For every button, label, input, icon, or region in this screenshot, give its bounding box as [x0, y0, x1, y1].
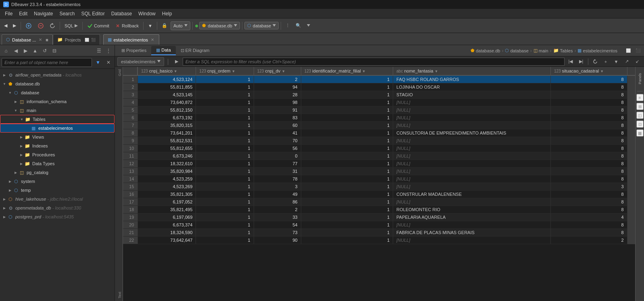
menu-navigate[interactable]: Navigate — [31, 10, 56, 17]
sort-arrow[interactable]: ▼ — [281, 69, 285, 73]
menu-sql-editor[interactable]: SQL Editor — [78, 10, 108, 17]
add-row-button[interactable]: + — [601, 57, 610, 66]
table-row[interactable]: 144,523,2591781[NULL]8 — [123, 175, 635, 183]
tree-arrow[interactable]: ▼ — [19, 118, 25, 121]
menu-database[interactable]: Database — [108, 10, 135, 17]
tree-item[interactable]: ▶◫information_schema — [0, 97, 115, 106]
col-header-cnpj_dv[interactable]: 123cnpj_dv ▼ — [254, 67, 301, 75]
table-row[interactable]: 14,523,124121FAQ HSBC ROLAND GARROS8 — [123, 75, 635, 83]
search-input[interactable] — [2, 58, 92, 67]
filter-icon-button[interactable]: ▼ — [612, 57, 621, 66]
panels-button[interactable]: Panels — [636, 69, 644, 89]
tree-arrow[interactable]: ▶ — [19, 162, 24, 166]
tree-item[interactable]: ▶📁Procedures — [0, 150, 115, 159]
tree-arrow[interactable]: ▶ — [2, 215, 7, 219]
col-header-nome_fantasia[interactable]: abcnome_fantasia ▼ — [393, 67, 551, 75]
col-header-situacao_cadastral[interactable]: 123situacao_cadastral ▼ — [550, 67, 627, 75]
panel-filter-button[interactable]: ☰ — [94, 46, 103, 55]
connect-button[interactable] — [23, 20, 34, 31]
tree-arrow[interactable]: ▼ — [2, 82, 7, 86]
window-restore-button[interactable]: ⬜ — [624, 46, 633, 55]
side-btn-4[interactable]: ⊡ — [636, 120, 644, 128]
filter-tab-label[interactable]: estabelecimentos — [117, 57, 164, 66]
tree-arrow[interactable]: ▼ — [13, 109, 19, 112]
panel-forward-button[interactable]: ▶ — [21, 46, 30, 55]
filter-input[interactable] — [183, 58, 565, 66]
refresh-data-button[interactable] — [591, 57, 600, 66]
menu-file[interactable]: File — [2, 10, 16, 17]
tree-arrow[interactable]: ▶ — [2, 73, 7, 77]
col-header-cnpj_ordem[interactable]: 123cnpj_ordem ▼ — [196, 67, 254, 75]
panel-up-button[interactable]: ▲ — [31, 46, 40, 55]
tree-arrow[interactable]: ▼ — [7, 91, 13, 95]
table-row[interactable]: 206,673,3741541[NULL]8 — [123, 221, 635, 229]
disconnect-button[interactable] — [35, 20, 46, 31]
table-row[interactable]: 473,640,8721981[NULL]8 — [123, 99, 635, 106]
sql-button[interactable]: SQL — [62, 20, 80, 31]
tree-item[interactable]: ▼◫main — [0, 106, 115, 115]
database-tab-close[interactable]: ✕ — [38, 37, 43, 42]
tree-item[interactable]: ▦estabelecimentos — [0, 124, 115, 133]
col-header-cnpj_basico[interactable]: 123cnpj_basico ▼ — [138, 67, 196, 75]
panel-home-button[interactable]: ⌂ — [2, 46, 10, 55]
tree-item[interactable]: ▶⊙airflow_open_metadata - localhos — [0, 71, 115, 79]
table-row[interactable]: 735,820,3151601[NULL]8 — [123, 122, 635, 129]
sort-arrow[interactable]: ▼ — [174, 69, 177, 73]
menu-window[interactable]: Window — [135, 10, 159, 17]
tree-item[interactable]: ▼⬡database — [0, 88, 115, 97]
maximize-icon[interactable]: ⬛ — [91, 38, 96, 42]
rollback-button[interactable]: Rollback — [113, 20, 141, 31]
menu-search[interactable]: Search — [56, 10, 78, 17]
tree-item[interactable]: ▼⬟database.db — [0, 79, 115, 88]
side-btn-2[interactable]: ⊞ — [636, 103, 644, 110]
table-row[interactable]: 196,197,0691331PAPELARIA AQUARELA4 — [123, 214, 635, 221]
tree-arrow[interactable]: ▶ — [13, 171, 19, 174]
menu-edit[interactable]: Edit — [16, 10, 31, 17]
filter-toggle-button[interactable]: ▼ — [94, 58, 102, 67]
tree-arrow[interactable]: ▶ — [2, 197, 7, 201]
sort-arrow[interactable]: ▼ — [600, 69, 604, 73]
tree-item[interactable]: ▶⬡hive_lakehouse - jdbc:hive2://local — [0, 195, 115, 203]
tree-item[interactable]: ▶◫pg_catalog — [0, 168, 115, 177]
table-row[interactable]: 1055,812,6551561[NULL]8 — [123, 145, 635, 152]
tree-arrow[interactable]: ▶ — [7, 189, 13, 192]
tree-arrow[interactable]: ▶ — [19, 144, 24, 148]
menu-help[interactable]: Help — [159, 10, 175, 17]
clear-filter-button[interactable]: ✕ — [104, 58, 113, 67]
tab-menu-icon[interactable]: ≡ — [46, 37, 48, 42]
side-btn-1[interactable]: ≡ — [636, 94, 644, 101]
table-row[interactable]: 955,812,5311701[NULL]8 — [123, 137, 635, 145]
table-row[interactable]: 176,197,0521861[NULL]8 — [123, 198, 635, 206]
auto-dropdown[interactable]: Auto — [171, 21, 190, 30]
tree-arrow[interactable]: ▶ — [7, 180, 13, 183]
side-btn-3[interactable]: ◫ — [636, 112, 644, 119]
tree-arrow[interactable]: ▶ — [19, 153, 24, 157]
table-row[interactable]: 66,673,1921831[NULL]8 — [123, 114, 635, 122]
commit-button[interactable]: Commit — [85, 20, 112, 31]
col-header-identificador_matriz_filial[interactable]: 123identificador_matriz_filial ▼ — [301, 67, 393, 75]
refresh-button[interactable] — [47, 20, 58, 31]
transaction-filter-button[interactable]: ▼ — [146, 20, 155, 31]
window-max-button[interactable]: ⬛ — [634, 46, 642, 55]
back-button[interactable]: ◀ — [2, 20, 10, 31]
table-row[interactable]: 154,523,269131[NULL]3 — [123, 183, 635, 191]
tree-arrow[interactable]: ▶ — [2, 206, 7, 210]
panel-settings-button[interactable]: ⋮ — [104, 46, 113, 55]
tab-data[interactable]: ▦ Data — [151, 46, 175, 55]
connection-selector[interactable]: ⬟ database.db — [199, 22, 240, 29]
database-panel-tab[interactable]: ⬡ Database ... ✕ ≡ — [2, 34, 53, 45]
tree-item[interactable]: ▶⬡temp — [0, 186, 115, 195]
table-row[interactable]: 873,641,2011411CONSULTORIA DE EMPREENDIM… — [123, 129, 635, 137]
more-options-button[interactable]: ⋮ — [283, 20, 292, 31]
filter-navigate-button[interactable]: ▶ — [172, 57, 181, 66]
search-icon-button[interactable]: 🔍 — [293, 20, 304, 31]
table-row[interactable]: 1635,821,3051491CONSTRULAR MADALENENSE8 — [123, 191, 635, 198]
tree-item[interactable]: ▶📁Data Types — [0, 159, 115, 168]
minimize-icon[interactable]: ⬜ — [85, 38, 89, 42]
projects-tab[interactable]: 📁 Projects ⬜ ⬛ — [53, 34, 100, 45]
table-row[interactable]: 1335,820,9841311[NULL]8 — [123, 168, 635, 175]
estabelecimentos-editor-tab[interactable]: ▦ estabelecimentos ✕ — [103, 34, 160, 45]
table-row[interactable]: 34,523,1451281STAGIO8 — [123, 91, 635, 99]
panel-collapse-button[interactable]: ⊟ — [50, 46, 59, 55]
table-row[interactable]: 2118,324,5901731FABRICA DE PLACAS MINAS … — [123, 229, 635, 237]
